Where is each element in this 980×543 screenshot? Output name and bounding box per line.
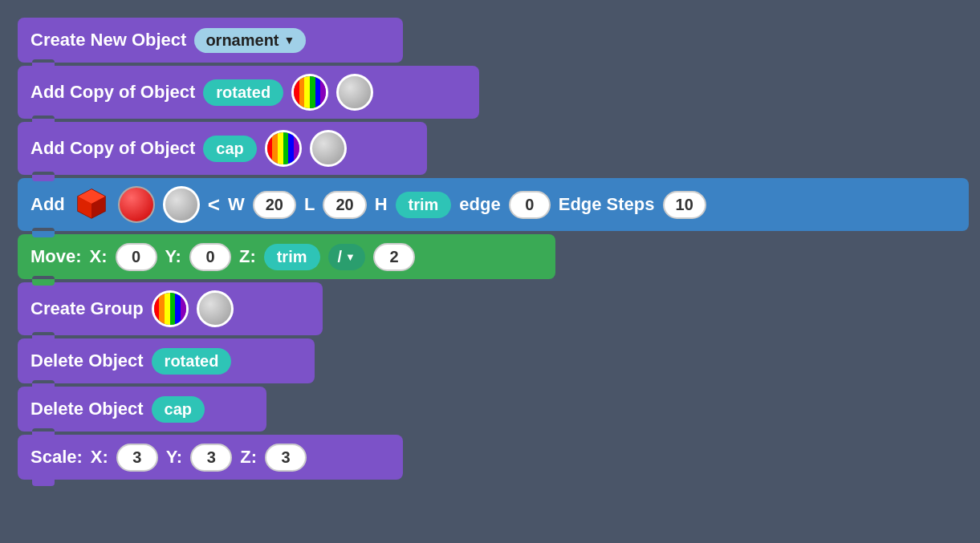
scale-z-value[interactable]: 3 bbox=[265, 444, 307, 472]
scale-y-value[interactable]: 3 bbox=[190, 444, 232, 472]
h-label: H bbox=[375, 194, 388, 215]
chevron-left-icon[interactable]: < bbox=[208, 192, 220, 217]
cube-icon[interactable] bbox=[73, 186, 110, 223]
add-copy-1-label: Add Copy of Object bbox=[30, 82, 195, 103]
delete-obj-1-label: Delete Object bbox=[30, 351, 144, 371]
ornament-dropdown[interactable]: ornament ▼ bbox=[194, 28, 306, 53]
move-z-value[interactable]: 2 bbox=[373, 243, 415, 271]
blocks-container: Create New Object ornament ▼ Add Copy of… bbox=[10, 10, 977, 488]
slash-dropdown-arrow-icon: ▼ bbox=[345, 251, 356, 263]
move-x-label: X: bbox=[90, 246, 108, 267]
add-copy-object-1-block: Add Copy of Object rotated bbox=[18, 66, 479, 119]
l-label: L bbox=[304, 194, 315, 215]
rotated-pill-1[interactable]: rotated bbox=[203, 79, 283, 106]
grey-circle-2[interactable] bbox=[310, 130, 347, 167]
rotated-pill-2[interactable]: rotated bbox=[152, 348, 232, 375]
w-label: W bbox=[228, 194, 245, 215]
scale-y-label: Y: bbox=[166, 447, 182, 468]
create-group-block: Create Group bbox=[18, 282, 323, 335]
edge-value[interactable]: 0 bbox=[509, 191, 551, 219]
create-group-label: Create Group bbox=[30, 298, 144, 319]
move-z-label: Z: bbox=[239, 246, 256, 267]
cap-pill-1[interactable]: cap bbox=[203, 136, 256, 162]
create-new-object-block: Create New Object ornament ▼ bbox=[18, 18, 403, 63]
edge-label: edge bbox=[459, 194, 500, 215]
scale-label: Scale: bbox=[30, 447, 83, 468]
delete-object-2-block: Delete Object cap bbox=[18, 387, 266, 432]
trim-pill[interactable]: trim bbox=[396, 192, 452, 218]
rainbow-circle-1[interactable] bbox=[291, 74, 328, 111]
cap-pill-2[interactable]: cap bbox=[152, 396, 205, 423]
w-value[interactable]: 20 bbox=[253, 191, 296, 219]
create-new-object-label: Create New Object bbox=[30, 30, 186, 51]
red-circle[interactable] bbox=[118, 186, 155, 223]
edge-steps-label: Edge Steps bbox=[559, 194, 655, 215]
move-block: Move: X: 0 Y: 0 Z: trim / ▼ 2 bbox=[18, 234, 555, 279]
scale-z-label: Z: bbox=[240, 447, 257, 468]
add-block: Add < W 20 L 20 H trim edge 0 Edge Steps… bbox=[18, 178, 969, 231]
ornament-value: ornament bbox=[205, 31, 279, 50]
delete-object-1-block: Delete Object rotated bbox=[18, 338, 315, 383]
rainbow-circle-group[interactable] bbox=[152, 290, 189, 327]
move-x-value[interactable]: 0 bbox=[116, 243, 157, 271]
scale-x-label: X: bbox=[91, 447, 108, 468]
scale-block: Scale: X: 3 Y: 3 Z: 3 bbox=[18, 435, 403, 480]
move-trim-pill[interactable]: trim bbox=[264, 244, 320, 270]
add-label: Add bbox=[30, 194, 65, 215]
move-slash-dropdown[interactable]: / ▼ bbox=[328, 244, 365, 270]
dropdown-arrow-icon: ▼ bbox=[284, 34, 295, 47]
add-copy-2-label: Add Copy of Object bbox=[30, 138, 195, 159]
move-label: Move: bbox=[30, 246, 82, 267]
move-y-value[interactable]: 0 bbox=[189, 243, 231, 271]
move-y-label: Y: bbox=[165, 246, 181, 267]
delete-obj-2-label: Delete Object bbox=[30, 399, 144, 419]
grey-circle-1[interactable] bbox=[336, 74, 373, 111]
grey-circle-add[interactable] bbox=[163, 186, 200, 223]
edge-steps-value[interactable]: 10 bbox=[663, 191, 706, 219]
scale-x-value[interactable]: 3 bbox=[116, 444, 158, 472]
add-copy-object-2-block: Add Copy of Object cap bbox=[18, 122, 427, 175]
l-value[interactable]: 20 bbox=[323, 191, 366, 219]
rainbow-circle-2[interactable] bbox=[265, 130, 302, 167]
grey-circle-group[interactable] bbox=[197, 290, 234, 327]
